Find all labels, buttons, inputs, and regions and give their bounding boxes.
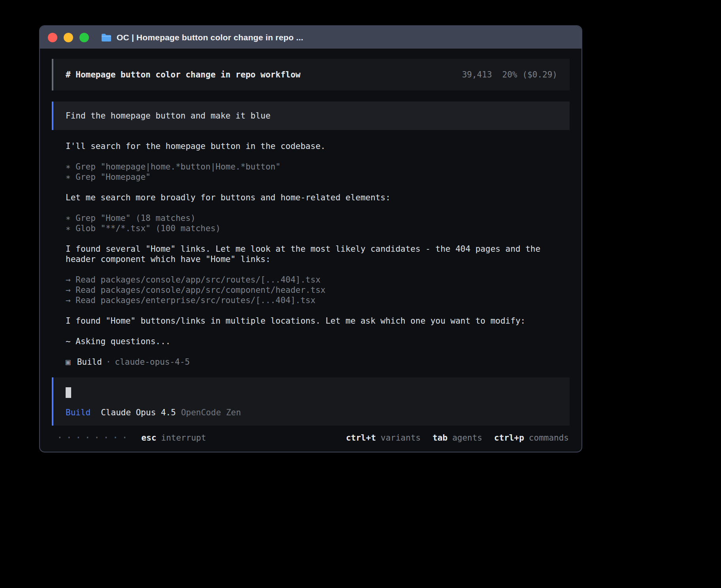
esc-key-label: interrupt [161,433,206,443]
tool-call-line: → Read packages/console/app/src/componen… [66,285,570,295]
session-header: # Homepage button color change in repo w… [52,59,570,90]
context-percent: 20% [502,70,517,80]
session-cost: ($0.29) [522,70,557,80]
agent-status-line: ▣Build·claude-opus-4-5 [66,357,570,367]
tool-call-group: → Read packages/console/app/src/routes/[… [66,275,570,305]
assistant-text: I found several "Home" links. Let me loo… [66,244,568,264]
esc-key-hint: esc [142,433,157,443]
tool-call-line: ∗ Grep "Home" (18 matches) [66,213,570,223]
prompt-input[interactable]: BuildClaude Opus 4.5OpenCode Zen [52,377,570,426]
tool-call-line: → Read packages/enterprise/src/routes/[.… [66,295,570,305]
shortcut-hint: ctrl+tvariants [346,433,421,443]
session-title: # Homepage button color change in repo w… [66,70,300,80]
tool-call-line: ∗ Grep "Homepage" [66,172,570,182]
assistant-text: I found "Home" buttons/links in multiple… [66,316,568,326]
statusbar: ········ esc interrupt ctrl+tvariantstab… [52,433,570,443]
tool-call-group: ∗ Grep "homepage|home.*button|Home.*butt… [66,162,570,182]
provider-label: OpenCode Zen [181,408,241,417]
model-label: Claude Opus 4.5 [101,408,176,417]
tool-call-group: ∗ Grep "Home" (18 matches)∗ Glob "**/*.t… [66,213,570,234]
text-cursor [66,387,71,398]
statusbar-left: ········ esc interrupt [57,433,206,443]
separator-dot: · [106,357,111,367]
assistant-text: Let me search more broadly for buttons a… [66,192,568,203]
shortcut-label: commands [529,433,569,443]
folder-icon [101,33,112,42]
assistant-text: I'll search for the homepage button in t… [66,141,568,151]
shortcut-hint: tabagents [432,433,482,443]
shortcut-label: variants [381,433,421,443]
traffic-lights [48,33,89,42]
titlebar: OC | Homepage button color change in rep… [40,26,581,49]
tool-call-line: ∗ Glob "**/*.tsx" (100 matches) [66,223,570,234]
minimize-button[interactable] [64,33,73,42]
statusbar-shortcuts: ctrl+tvariantstabagentsctrl+pcommands [346,433,569,443]
shortcut-key: ctrl+p [494,433,524,443]
shortcut-label: agents [452,433,482,443]
shortcut-key: tab [432,433,447,443]
shortcut-hint: ctrl+pcommands [494,433,569,443]
terminal-content: # Homepage button color change in repo w… [40,49,581,443]
user-message-text: Find the homepage button and make it blu… [66,111,270,121]
transcript: I'll search for the homepage button in t… [52,141,570,367]
agent-mode-label: Build [66,408,91,417]
assistant-text: ~ Asking questions... [66,336,568,347]
agent-name: Build [77,357,102,367]
shortcut-key: ctrl+t [346,433,376,443]
session-stats: 39,413 20% ($0.29) [462,70,557,80]
tool-call-line: ∗ Grep "homepage|home.*button|Home.*butt… [66,162,570,172]
close-button[interactable] [48,33,57,42]
spinner-dots: ········ [57,433,131,443]
agent-icon: ▣ [66,357,71,367]
zoom-button[interactable] [79,33,89,42]
tool-call-line: → Read packages/console/app/src/routes/[… [66,275,570,285]
terminal-window: OC | Homepage button color change in rep… [39,25,582,452]
user-message: Find the homepage button and make it blu… [52,102,570,130]
input-meta: BuildClaude Opus 4.5OpenCode Zen [66,407,557,418]
window-title: OC | Homepage button color change in rep… [117,33,303,42]
token-count: 39,413 [462,70,492,80]
agent-model: claude-opus-4-5 [115,357,190,367]
